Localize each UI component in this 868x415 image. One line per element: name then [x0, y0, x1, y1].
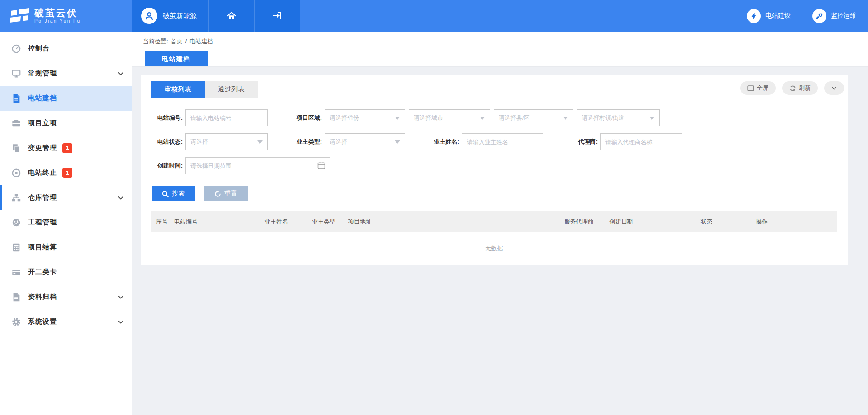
main-content: 当前位置: 首页 / 电站建档 电站建档 审核列表 通过列表 全屏: [132, 32, 868, 415]
owner-name-input[interactable]: [462, 133, 543, 150]
document-icon: [11, 93, 21, 103]
col-address: 项目地址: [344, 218, 560, 226]
chevron-down-icon: [118, 319, 124, 325]
province-select[interactable]: 请选择省份: [325, 109, 405, 126]
col-owner-type: 业主类型: [307, 218, 344, 226]
filter-row-3: 创建时间:: [151, 157, 837, 174]
sidebar-item-project-settlement[interactable]: 项目结算: [0, 235, 132, 260]
sidebar-item-open-card[interactable]: 开二类卡: [0, 260, 132, 284]
empty-state: 无数据: [151, 232, 837, 265]
home-icon: [226, 10, 237, 21]
town-select[interactable]: 请选择村镇/街道: [577, 109, 660, 126]
target-icon: [11, 168, 21, 178]
sidebar-item-station-terminate[interactable]: 电站终止 1: [0, 160, 132, 185]
table-header-row: 序号 电站编号 业主姓名 业主类型 项目地址 服务代理商 创建日期 状态 操作: [151, 211, 837, 232]
col-agent: 服务代理商: [560, 218, 605, 226]
home-button[interactable]: [208, 0, 254, 32]
user-avatar-icon: [141, 8, 157, 24]
nav-station-build[interactable]: 电站建设: [747, 9, 791, 23]
logout-button[interactable]: [254, 0, 300, 32]
tab-review-list[interactable]: 审核列表: [151, 81, 205, 98]
station-no-label: 电站编号:: [151, 114, 183, 122]
collapse-button[interactable]: [824, 81, 844, 95]
monitor-icon: [11, 69, 21, 79]
col-actions: 操作: [751, 218, 837, 226]
filter-row-2: 电站状态: 请选择 业主类型: 请选择 业主姓名: 代理商:: [151, 133, 837, 150]
tab-passed-list[interactable]: 通过列表: [205, 81, 258, 98]
gauge-icon: [11, 44, 21, 54]
page-tab-station-archive[interactable]: 电站建档: [145, 51, 208, 66]
county-select[interactable]: 请选择县/区: [494, 109, 573, 126]
breadcrumb-prefix: 当前位置:: [143, 37, 168, 46]
sidebar-item-system-settings[interactable]: 系统设置: [0, 309, 132, 334]
fullscreen-button[interactable]: 全屏: [740, 81, 776, 95]
count-badge: 1: [62, 143, 72, 153]
brand-subtitle: Po Jian Yun Fu: [34, 19, 81, 24]
station-status-label: 电站状态:: [151, 138, 183, 146]
brand-name: 破茧云伏: [34, 8, 81, 19]
agent-label: 代理商:: [566, 138, 598, 146]
station-status-select[interactable]: 请选择: [185, 133, 268, 150]
caret-down-icon: [649, 117, 655, 120]
agent-input[interactable]: [600, 133, 682, 150]
briefcase-icon: [11, 118, 21, 128]
station-no-input[interactable]: [185, 109, 268, 126]
nav-monitor-ops[interactable]: 监控运维: [812, 9, 856, 23]
sidebar: 控制台 常规管理 电站建档: [0, 32, 132, 415]
breadcrumb: 当前位置: 首页 / 电站建档: [143, 37, 213, 46]
dashboard-icon: [11, 218, 21, 228]
company-name: 破茧新能源: [163, 12, 197, 20]
count-badge: 1: [62, 168, 72, 178]
sidebar-item-data-archive[interactable]: 资料归档: [0, 284, 132, 309]
reset-button[interactable]: 重置: [204, 186, 248, 201]
search-button[interactable]: 搜索: [152, 186, 195, 201]
brand-logo[interactable]: 破茧云伏 Po Jian Yun Fu: [0, 0, 132, 32]
panel-tab-bar: 审核列表 通过列表 全屏: [141, 75, 848, 98]
chevron-down-icon: [118, 294, 124, 300]
results-table: 序号 电站编号 业主姓名 业主类型 项目地址 服务代理商 创建日期 状态 操作 …: [151, 211, 837, 265]
date-range-input[interactable]: [185, 157, 330, 174]
card-icon: [11, 267, 21, 277]
filter-row-1: 电站编号: 项目区域: 请选择省份 请选择城市 请选择县/区 请选择村镇/街道: [151, 109, 837, 126]
sidebar-item-project-initiation[interactable]: 项目立项: [0, 111, 132, 135]
owner-name-label: 业主姓名:: [428, 138, 459, 146]
caret-down-icon: [395, 140, 400, 144]
pages-icon: [11, 143, 21, 153]
col-owner-name: 业主姓名: [260, 218, 307, 226]
current-user[interactable]: 破茧新能源: [132, 0, 208, 32]
col-index: 序号: [151, 218, 170, 226]
created-time-label: 创建时间:: [151, 162, 183, 170]
owner-type-select[interactable]: 请选择: [325, 133, 405, 150]
nav-label: 监控运维: [831, 12, 856, 20]
breadcrumb-strip: 当前位置: 首页 / 电站建档 电站建档: [132, 32, 868, 67]
col-created-date: 创建日期: [605, 218, 696, 226]
lightning-icon: [747, 9, 761, 23]
refresh-icon: [789, 85, 796, 92]
search-icon: [162, 191, 169, 197]
sidebar-item-station-archive[interactable]: 电站建档: [0, 86, 132, 111]
breadcrumb-home-link[interactable]: 首页: [171, 37, 183, 46]
reset-icon: [214, 191, 221, 197]
sidebar-item-general-mgmt[interactable]: 常规管理: [0, 61, 132, 86]
calendar-icon: [317, 161, 326, 170]
content-panel: 审核列表 通过列表 全屏: [141, 75, 848, 265]
wrench-icon: [812, 9, 826, 23]
breadcrumb-current: 电站建档: [189, 37, 213, 46]
sidebar-item-change-mgmt[interactable]: 变更管理 1: [0, 135, 132, 160]
sign-out-icon: [271, 10, 283, 22]
region-label: 项目区域:: [290, 114, 322, 122]
caret-down-icon: [563, 117, 568, 120]
sidebar-item-console[interactable]: 控制台: [0, 36, 132, 61]
sidebar-item-warehouse-mgmt[interactable]: 仓库管理: [0, 185, 132, 210]
chevron-down-icon: [118, 195, 124, 201]
breadcrumb-separator: /: [185, 37, 187, 46]
city-select[interactable]: 请选择城市: [409, 109, 490, 126]
filter-actions: 搜索 重置: [152, 186, 837, 201]
chevron-down-icon: [831, 85, 837, 91]
owner-type-label: 业主类型:: [290, 138, 322, 146]
file-icon: [11, 292, 21, 302]
refresh-button[interactable]: 刷新: [782, 81, 818, 95]
panel-toolbar: 全屏 刷新: [740, 81, 844, 98]
brand-logo-icon: [10, 7, 29, 25]
sidebar-item-engineering-mgmt[interactable]: 工程管理: [0, 210, 132, 235]
